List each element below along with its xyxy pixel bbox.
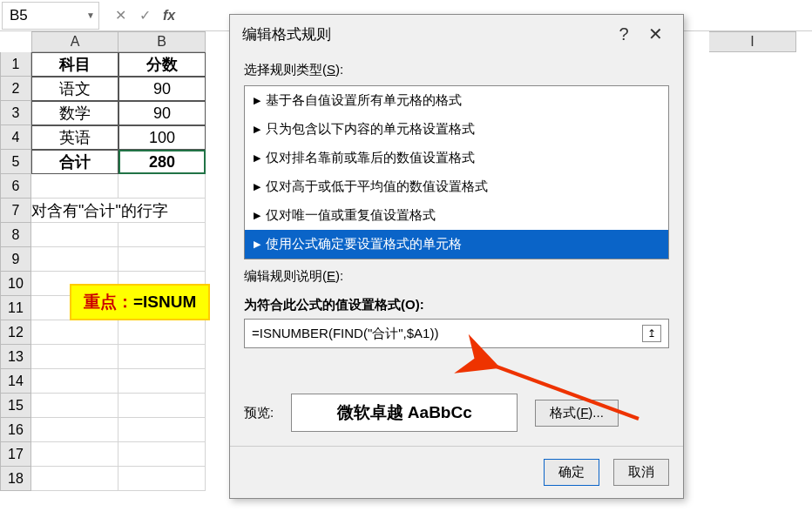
cell-A17[interactable]: [31, 442, 118, 467]
row-header-5[interactable]: 5: [0, 150, 31, 174]
cell-A5[interactable]: 合计: [31, 150, 118, 174]
cell-B18[interactable]: [118, 467, 206, 491]
cell-A12[interactable]: [31, 320, 118, 345]
cell-B2[interactable]: 90: [118, 77, 206, 101]
cell-B13[interactable]: [118, 345, 206, 369]
rule-type-item-1[interactable]: ▶只为包含以下内容的单元格设置格式: [245, 115, 668, 144]
row-header-6[interactable]: 6: [0, 174, 31, 199]
row-header-2[interactable]: 2: [0, 77, 31, 101]
cell-A8[interactable]: [31, 223, 118, 247]
rule-type-item-4[interactable]: ▶仅对唯一值或重复值设置格式: [245, 201, 668, 230]
cell-B5[interactable]: 280: [118, 150, 206, 174]
row-header-11[interactable]: 11: [0, 296, 31, 320]
name-box-dropdown-icon[interactable]: ▼: [86, 10, 95, 20]
triangle-icon: ▶: [254, 239, 261, 250]
row-header-8[interactable]: 8: [0, 223, 31, 247]
cell-B15[interactable]: [118, 394, 206, 418]
row-header-13[interactable]: 13: [0, 345, 31, 369]
cell-A16[interactable]: [31, 418, 118, 442]
row-header-9[interactable]: 9: [0, 247, 31, 272]
cell-A2[interactable]: 语文: [31, 77, 118, 101]
cell-B4[interactable]: 100: [118, 125, 206, 150]
formula-input[interactable]: =ISNUMBER(FIND("合计",$A1)) ↥: [244, 319, 669, 348]
formula-input-value: =ISNUMBER(FIND("合计",$A1)): [252, 326, 642, 342]
row-header-14[interactable]: 14: [0, 369, 31, 394]
cell-B3[interactable]: 90: [118, 101, 206, 125]
note-label: 重点：: [84, 293, 133, 311]
cancel-button[interactable]: 取消: [613, 459, 669, 486]
fx-icon[interactable]: fx: [159, 5, 179, 26]
name-box[interactable]: B5 ▼: [2, 2, 99, 30]
rule-desc-label: 编辑规则说明(E):: [244, 268, 669, 285]
cell-B6[interactable]: [118, 174, 206, 199]
preview-label: 预览:: [244, 405, 274, 421]
rule-type-list: ▶基于各自值设置所有单元格的格式 ▶只为包含以下内容的单元格设置格式 ▶仅对排名…: [244, 85, 669, 259]
cell-A4[interactable]: 英语: [31, 125, 118, 150]
triangle-icon: ▶: [254, 95, 261, 106]
column-header-B[interactable]: B: [118, 31, 206, 52]
cell-A18[interactable]: [31, 467, 118, 491]
row-header-1[interactable]: 1: [0, 52, 31, 77]
cell-B12[interactable]: [118, 320, 206, 345]
row-header-4[interactable]: 4: [0, 125, 31, 150]
highlight-note: 重点：=ISNUM: [70, 284, 210, 320]
row-header-16[interactable]: 16: [0, 418, 31, 442]
cell-B9[interactable]: [118, 247, 206, 272]
note-formula: =ISNUM: [133, 293, 196, 311]
cell-A7[interactable]: 对含有"合计"的行字: [31, 199, 206, 223]
triangle-icon: ▶: [254, 152, 261, 164]
triangle-icon: ▶: [254, 124, 261, 135]
cell-A3[interactable]: 数学: [31, 101, 118, 125]
cell-B1[interactable]: 分数: [118, 52, 206, 77]
triangle-icon: ▶: [254, 181, 261, 192]
format-button[interactable]: 格式(F)...: [535, 400, 619, 427]
row-header-7[interactable]: 7: [0, 199, 31, 223]
column-header-A[interactable]: A: [31, 31, 118, 52]
cancel-formula-icon[interactable]: ✕: [110, 5, 131, 26]
rule-type-item-3[interactable]: ▶仅对高于或低于平均值的数值设置格式: [245, 172, 668, 201]
cell-B16[interactable]: [118, 418, 206, 442]
name-box-value: B5: [10, 7, 28, 24]
row-header-18[interactable]: 18: [0, 467, 31, 491]
row-header-3[interactable]: 3: [0, 101, 31, 125]
row-header-10[interactable]: 10: [0, 272, 31, 296]
formula-label: 为符合此公式的值设置格式(O):: [244, 297, 669, 313]
cell-A14[interactable]: [31, 369, 118, 394]
preview-box: 微软卓越 AaBbCc: [291, 394, 518, 432]
ok-button[interactable]: 确定: [544, 459, 599, 486]
triangle-icon: ▶: [254, 210, 261, 221]
cell-B8[interactable]: [118, 223, 206, 247]
rule-type-item-5[interactable]: ▶使用公式确定要设置格式的单元格: [245, 230, 668, 259]
cell-A1[interactable]: 科目: [31, 52, 118, 77]
dialog-close-icon[interactable]: ✕: [639, 24, 671, 44]
cell-A6[interactable]: [31, 174, 118, 199]
row-header-17[interactable]: 17: [0, 442, 31, 467]
cell-A9[interactable]: [31, 247, 118, 272]
row-header-12[interactable]: 12: [0, 320, 31, 345]
cell-B17[interactable]: [118, 442, 206, 467]
dialog-help-icon[interactable]: ?: [608, 24, 639, 44]
cell-A13[interactable]: [31, 345, 118, 369]
cell-B14[interactable]: [118, 369, 206, 394]
range-picker-icon[interactable]: ↥: [642, 325, 661, 342]
column-header-I[interactable]: I: [709, 31, 796, 52]
rule-type-label: 选择规则类型(S):: [244, 62, 669, 78]
edit-format-rule-dialog: 编辑格式规则 ? ✕ 选择规则类型(S): ▶基于各自值设置所有单元格的格式 ▶…: [229, 14, 684, 499]
cell-A15[interactable]: [31, 394, 118, 418]
rule-type-item-2[interactable]: ▶仅对排名靠前或靠后的数值设置格式: [245, 144, 668, 172]
enter-formula-icon[interactable]: ✓: [134, 5, 155, 26]
dialog-title: 编辑格式规则: [242, 24, 331, 44]
rule-type-item-0[interactable]: ▶基于各自值设置所有单元格的格式: [245, 86, 668, 115]
row-header-15[interactable]: 15: [0, 394, 31, 418]
